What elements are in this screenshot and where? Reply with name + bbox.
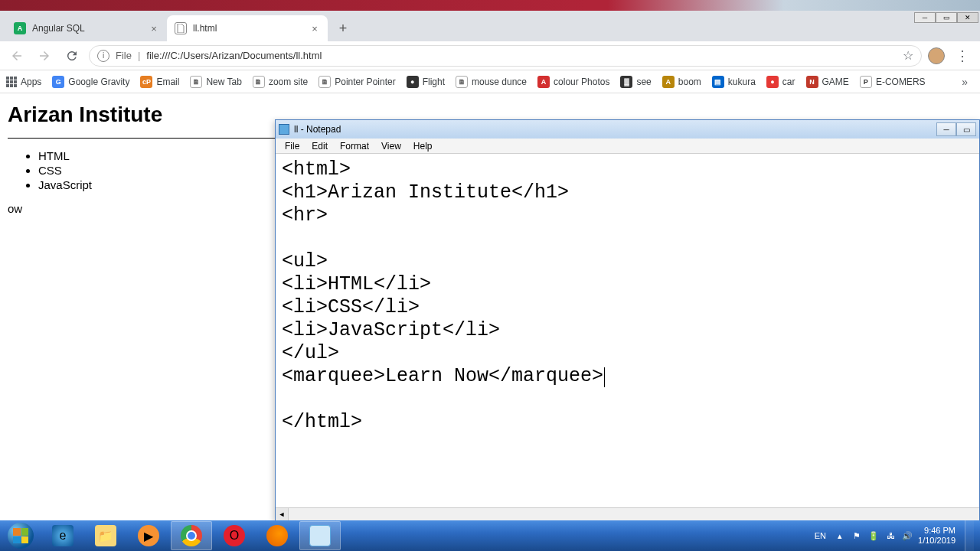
notepad-title: ll - Notepad [294,124,936,135]
bookmark-item[interactable]: PE-COMERS [860,76,926,88]
menu-file[interactable]: File [279,139,305,153]
tray-network-icon[interactable]: 🖧 [884,530,897,542]
site-info-icon[interactable]: i [97,50,109,62]
media-player-icon: ▶ [138,525,159,546]
url-text: file:///C:/Users/Arizan/Documents/ll.htm… [146,50,322,61]
chrome-icon [181,525,202,546]
bookmark-icon: ▤ [712,76,724,88]
browser-url-bar: i File | file:///C:/Users/Arizan/Documen… [0,41,980,70]
bookmark-icon: A [662,76,675,88]
browser-tab[interactable]: A Angular SQL × [6,15,167,41]
bookmarks-bar: Apps GGoogle Gravity cPEmail 🗎New Tab 🗎z… [0,70,980,93]
notepad-menubar: File Edit Format View Help [276,139,979,154]
tray-battery-icon[interactable]: 🔋 [867,530,880,542]
notepad-icon [309,525,331,546]
bookmark-item[interactable]: ●Flight [407,76,445,88]
reload-button[interactable] [61,45,83,67]
menu-view[interactable]: View [375,139,407,153]
bookmark-item[interactable]: Acolour Photos [537,76,609,88]
tab-title: Angular SQL [32,23,142,34]
notepad-window: ll - Notepad ─ ▭ File Edit Format View H… [275,119,980,521]
bookmark-icon: ▓ [620,76,632,88]
bookmark-item[interactable]: ●car [766,76,795,88]
opera-icon: O [224,525,245,546]
close-button[interactable]: ✕ [957,12,978,23]
tray-action-center-icon[interactable]: ⚑ [851,530,863,542]
bookmark-item[interactable]: ▓see [620,76,651,88]
menu-edit[interactable]: Edit [305,139,334,153]
apps-grid-icon [6,77,17,87]
bookmark-icon: N [806,76,818,88]
windows-logo-icon [8,523,34,549]
scroll-left-arrow-icon[interactable]: ◄ [276,508,289,520]
tab-title: ll.html [193,23,303,34]
bookmark-icon: P [860,76,872,88]
bookmark-item[interactable]: 🗎zoom site [253,76,308,88]
taskbar-clock[interactable]: 9:46 PM 1/10/2019 [918,526,960,546]
show-desktop-button[interactable] [965,520,974,551]
tab-favicon: A [14,22,26,34]
browser-tab-strip: A Angular SQL × ll.html × + [0,11,980,41]
document-icon: 🗎 [253,76,265,88]
firefox-icon [266,525,288,546]
new-tab-button[interactable]: + [332,18,354,39]
tab-close-icon[interactable]: × [309,23,320,34]
bookmark-apps[interactable]: Apps [6,77,41,87]
clock-date: 1/10/2019 [918,536,956,546]
task-firefox[interactable] [256,521,298,550]
task-chrome[interactable] [171,521,212,550]
bookmarks-overflow-icon[interactable]: » [962,76,974,88]
bookmark-item[interactable]: Aboom [662,76,701,88]
bookmark-star-icon[interactable]: ☆ [903,48,913,63]
bookmark-item[interactable]: GGoogle Gravity [52,76,129,88]
tab-favicon [175,22,187,34]
language-indicator[interactable]: EN [812,530,829,542]
bookmark-item[interactable]: 🗎Pointer Pointer [318,76,395,88]
start-button[interactable] [0,520,41,551]
document-icon: 🗎 [190,76,202,88]
tray-up-icon[interactable]: ▴ [834,530,846,542]
bookmark-icon: A [537,76,550,88]
bookmark-item[interactable]: ▤kukura [712,76,756,88]
task-explorer[interactable]: 📁 [85,521,126,550]
tab-close-icon[interactable]: × [149,23,159,34]
document-icon: 🗎 [456,76,468,88]
task-ie[interactable]: e [42,521,83,550]
bookmark-item[interactable]: 🗎mouse dunce [456,76,527,88]
task-opera[interactable]: O [214,521,255,550]
clock-time: 9:46 PM [918,526,956,536]
bookmark-icon: ● [407,76,419,88]
bookmark-item[interactable]: NGAME [806,76,849,88]
folder-icon: 📁 [95,525,116,546]
notepad-minimize-button[interactable]: ─ [936,122,956,136]
notepad-maximize-button[interactable]: ▭ [956,122,976,136]
notepad-app-icon [279,124,289,135]
menu-help[interactable]: Help [407,139,439,153]
minimize-button[interactable]: ─ [914,12,936,23]
task-notepad[interactable] [299,521,341,550]
ie-icon: e [52,525,74,546]
browser-tab-active[interactable]: ll.html × [167,15,328,41]
url-input[interactable]: i File | file:///C:/Users/Arizan/Documen… [89,45,922,67]
notepad-titlebar[interactable]: ll - Notepad ─ ▭ [276,120,979,139]
bookmark-icon: cP [140,76,152,88]
maximize-button[interactable]: ▭ [936,12,957,23]
windows-taskbar: e 📁 ▶ O EN ▴ ⚑ 🔋 🖧 🔊 9:46 PM 1/10/2019 [0,520,980,551]
notepad-textarea[interactable]: <html> <h1>Arizan Institute</h1> <hr> <u… [276,154,979,508]
forward-button[interactable] [34,45,55,67]
url-scheme: File [116,50,132,61]
bookmark-item[interactable]: 🗎New Tab [190,76,241,88]
desktop-top-accent [0,0,980,11]
menu-format[interactable]: Format [334,139,375,153]
browser-menu-icon[interactable]: ⋮ [951,47,974,64]
task-media-player[interactable]: ▶ [128,521,169,550]
bookmark-icon: G [52,76,64,88]
notepad-horiz-scrollbar[interactable]: ◄ [276,507,979,520]
back-button[interactable] [6,45,28,67]
tray-volume-icon[interactable]: 🔊 [901,530,913,542]
system-tray: EN ▴ ⚑ 🔋 🖧 🔊 9:46 PM 1/10/2019 [805,520,980,551]
bookmark-icon: ● [766,76,779,88]
bookmark-item[interactable]: cPEmail [140,76,179,88]
profile-avatar[interactable] [928,47,945,64]
document-icon: 🗎 [318,76,331,88]
